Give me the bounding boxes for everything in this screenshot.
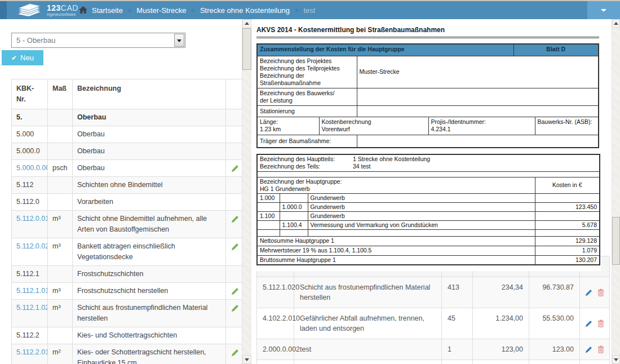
bezeichnung: Schichten ohne Bindemittel [73, 177, 226, 194]
mass [48, 194, 73, 211]
blatt-header-row: Zusammenstellung der Kosten für die Haup… [257, 44, 599, 56]
bezeichnung: Oberbau [73, 109, 226, 126]
mass: m³ [48, 211, 73, 238]
scroll-down-button[interactable] [242, 355, 251, 364]
project-row: Bezeichnung des Projektes Bezeichnung de… [257, 56, 599, 88]
table-row: 5.112.1 Frostschutzschichten [12, 266, 245, 283]
new-button-label: Neu [20, 54, 34, 62]
item-betrag: 5.603.88 [529, 360, 580, 364]
mass: m² [48, 344, 73, 364]
edit-pencil-icon[interactable] [585, 320, 592, 327]
header-kbk-nr: KBK-Nr. [12, 79, 48, 109]
home-icon[interactable] [79, 6, 87, 14]
kbk-table: KBK-Nr. Maß Bezeichnung 5. Oberbau 5.000… [11, 79, 245, 364]
mwst-value: 1.079 [535, 246, 600, 255]
topbar-left-edge [0, 1, 7, 19]
kbk-nr-link[interactable]: 5.112.1.010 [12, 283, 48, 300]
item-preis: 123,00 [473, 339, 529, 360]
traeger-value [357, 135, 599, 148]
mwst-label: Mehrwertsteuer 19 % aus 1.100.4, 1.100.5 [257, 246, 535, 255]
select-dropdown-icon[interactable] [174, 34, 184, 47]
item-menge: 1 [442, 339, 473, 360]
scroll-up-button[interactable] [242, 19, 251, 28]
topbar-menu-button[interactable] [587, 1, 620, 19]
item-betrag: 96.730.87 [529, 277, 580, 308]
delete-trash-icon[interactable] [597, 319, 604, 327]
kbk-nr-link[interactable]: 5.112.0.020 [12, 238, 48, 266]
scroll-down-button[interactable] [612, 355, 620, 364]
cost-row-name: Vermessung und Vermarkung von Grundstück… [308, 220, 535, 229]
mass: m³ [48, 300, 73, 327]
delete-trash-icon[interactable] [597, 288, 604, 296]
app-logo[interactable]: 123CAD ingenieursoftware [15, 2, 78, 19]
kbk-nr: 5.112.0 [12, 194, 48, 211]
logo-number: 123 [47, 3, 61, 12]
cost-row-nr1: 1.100 [257, 211, 280, 220]
stationierung-label: Stationierung [257, 105, 357, 117]
kbk-nr-link[interactable]: 5.112.2.010 [12, 344, 48, 364]
kbk-table-header: KBK-Nr. Maß Bezeichnung [12, 79, 245, 109]
table-row: 5.112.0 Vorarbeiten [12, 194, 245, 211]
breadcrumb-startseite[interactable]: Startseite [92, 6, 123, 15]
table-row: 2.000.0.001 Baustelleneinrichtung, baube… [257, 360, 610, 364]
item-menge: 413 [442, 277, 473, 308]
bauwerk-value [357, 88, 599, 105]
cost-row-nr2 [280, 193, 308, 202]
table-row: 5.112.2.010 m² Kies- oder Schottertragsc… [12, 344, 245, 364]
cost-row-value [535, 193, 600, 202]
cost-row-name: Grunderwerb [308, 193, 535, 202]
hauptgruppe-header-row: Bezeichnung der Hauptgruppe: HG 1 Grunde… [257, 177, 600, 193]
document-scrollbar [242, 19, 251, 364]
netto-label: Nettosumme Hauptgruppe 1 [257, 236, 535, 246]
bauwerksnr-cell: Bauwerks-Nr. (ASB): [535, 117, 599, 135]
category-select-value: 5 - Oberbau [12, 33, 174, 47]
cost-row-nr2 [280, 211, 308, 220]
mass [48, 126, 73, 143]
mass [48, 143, 73, 160]
kbk-nr: 5.112.2 [12, 327, 48, 344]
table-row: 5.112 Schichten ohne Bindemittel [12, 177, 245, 194]
kbk-nr-link[interactable]: 5.000.0.001 [12, 160, 48, 177]
kbk-nr-link[interactable]: 5.112.1.020 [12, 300, 48, 327]
laenge-row: Länge: 1.23 km Kostenberechnung Vorentwu… [257, 117, 599, 135]
teil-label: Bezeichnung des Teils: [260, 163, 353, 170]
hauptteil-row: Bezeichnung des Hauptteils:1 Strecke ohn… [257, 154, 600, 171]
item-bezeichnung: Gefährlicher Abfall aufnehmen, trennen, … [294, 308, 442, 339]
bezeichnung: Oberbau [73, 126, 226, 143]
category-select[interactable]: 5 - Oberbau [11, 33, 185, 48]
new-button[interactable]: ✔ Neu [2, 50, 43, 65]
edit-pencil-icon[interactable] [585, 346, 592, 353]
breadcrumb-strecke-ohne-kostenteilung[interactable]: Strecke ohne Kostenteilung [200, 6, 290, 15]
table-row: 5.112.1.020 Schicht aus frostunempfindli… [257, 277, 610, 308]
cost-row: 1.000.0 Grunderwerb 123.450 [257, 202, 600, 211]
delete-trash-icon[interactable] [597, 345, 604, 353]
mass [48, 177, 73, 194]
breadcrumb-muster-strecke[interactable]: Muster-Strecke [136, 6, 186, 15]
item-kbk: 4.102.2.010 [257, 308, 294, 339]
kbk-nr: 5. [12, 109, 48, 126]
item-bezeichnung: Baustelleneinrichtung, baubegleitende [294, 360, 442, 364]
kbk-nr-link[interactable]: 5.112.0.010 [12, 211, 48, 238]
mass [48, 109, 73, 126]
traeger-label: Träger der Baumaßnahme: [257, 135, 357, 148]
project-value: Muster-Strecke [357, 56, 599, 88]
item-bezeichnung: Schicht aus frostunempfindlichen Materia… [294, 277, 442, 308]
edit-pencil-icon[interactable] [585, 289, 592, 296]
bezeichnung: Kies- und Schottertragschichten [73, 327, 226, 344]
netto-row: Nettosumme Hauptgruppe 1 129.128 [257, 236, 600, 246]
bezeichnung: Schicht ohne Bindemittel aufnehmen, alle… [73, 211, 226, 238]
brutto-label: Bruttosumme Hauptgruppe 1 [257, 255, 535, 265]
item-preis: 45,56 [473, 360, 529, 364]
header-mass: Maß [48, 79, 73, 109]
scroll-up-button[interactable] [612, 19, 620, 28]
table-row: 5.112.2 Kies- und Schottertragschichten [12, 327, 245, 344]
cost-items-table: 5.112.1.020 Schicht aus frostunempfindli… [256, 256, 610, 364]
laenge-cell: Länge: 1.23 km [257, 117, 319, 135]
item-betrag: 55.530.00 [529, 308, 580, 339]
scrollbar-thumb[interactable] [242, 28, 251, 70]
cost-row-value: 5.678 [535, 220, 600, 229]
item-menge: 123 [442, 360, 473, 364]
mwst-row: Mehrwertsteuer 19 % aus 1.100.4, 1.100.5… [257, 246, 600, 255]
scrollbar-thumb[interactable] [612, 217, 620, 265]
item-bezeichnung: test [294, 339, 442, 360]
